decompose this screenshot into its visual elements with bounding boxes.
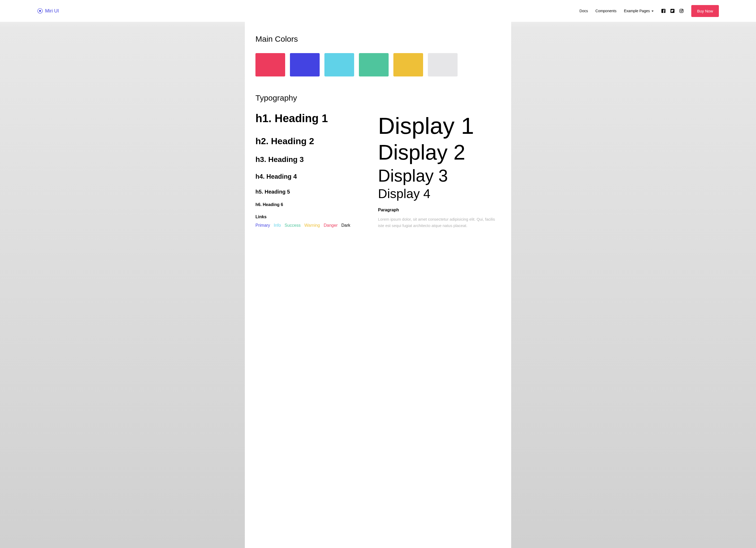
social-icons xyxy=(661,8,684,13)
links-title: Links xyxy=(255,214,378,219)
heading-2: h2. Heading 2 xyxy=(255,136,378,146)
link-danger[interactable]: Danger xyxy=(324,223,337,228)
display-4: Display 4 xyxy=(378,187,501,200)
svg-point-4 xyxy=(682,10,683,10)
display-2: Display 2 xyxy=(378,142,501,163)
buy-now-button[interactable]: Buy Now xyxy=(691,5,719,17)
display-1: Display 1 xyxy=(378,114,501,137)
paragraph-title: Paragraph xyxy=(378,207,501,212)
nav-components[interactable]: Components xyxy=(596,9,616,13)
logo-icon xyxy=(37,8,43,14)
nav-example-pages[interactable]: Example Pages xyxy=(624,9,654,13)
svg-point-1 xyxy=(39,10,41,12)
color-swatch-3 xyxy=(324,53,354,76)
main-container: Main Colors Typography h1. Heading 1 h2.… xyxy=(245,22,511,548)
site-header: Miri UI Docs Components Example Pages Bu… xyxy=(0,0,756,22)
link-info[interactable]: Info xyxy=(274,223,281,228)
logo[interactable]: Miri UI xyxy=(37,8,59,14)
svg-point-3 xyxy=(681,10,682,12)
link-primary[interactable]: Primary xyxy=(255,223,270,228)
color-swatches xyxy=(255,53,501,76)
heading-6: h6. Heading 6 xyxy=(255,202,378,207)
typography-section: h1. Heading 1 h2. Heading 2 h3. Heading … xyxy=(255,112,501,229)
color-swatch-1 xyxy=(255,53,285,76)
heading-3: h3. Heading 3 xyxy=(255,155,378,164)
link-success[interactable]: Success xyxy=(285,223,301,228)
color-swatch-4 xyxy=(359,53,389,76)
logo-text: Miri UI xyxy=(45,8,59,14)
links-row: Primary Info Success Warning Danger Dark xyxy=(255,223,378,228)
typography-right: Display 1 Display 2 Display 3 Display 4 … xyxy=(378,112,501,229)
color-swatch-5 xyxy=(393,53,423,76)
heading-4: h4. Heading 4 xyxy=(255,173,378,180)
link-dark[interactable]: Dark xyxy=(341,223,350,228)
nav-right: Docs Components Example Pages Buy Now xyxy=(580,5,719,17)
color-swatch-2 xyxy=(290,53,320,76)
paragraph-text: Lorem ipsum dolor, sit amet consectetur … xyxy=(378,216,501,229)
heading-1: h1. Heading 1 xyxy=(255,112,378,125)
typography-title: Typography xyxy=(255,93,501,102)
main-colors-title: Main Colors xyxy=(255,34,501,44)
color-swatch-6 xyxy=(428,53,458,76)
instagram-icon[interactable] xyxy=(679,8,684,13)
heading-5: h5. Heading 5 xyxy=(255,189,378,195)
twitter-icon[interactable] xyxy=(670,8,675,13)
facebook-icon[interactable] xyxy=(661,8,666,13)
display-3: Display 3 xyxy=(378,167,501,184)
link-warning[interactable]: Warning xyxy=(304,223,320,228)
typography-left: h1. Heading 1 h2. Heading 2 h3. Heading … xyxy=(255,112,378,229)
nav-docs[interactable]: Docs xyxy=(580,9,588,13)
